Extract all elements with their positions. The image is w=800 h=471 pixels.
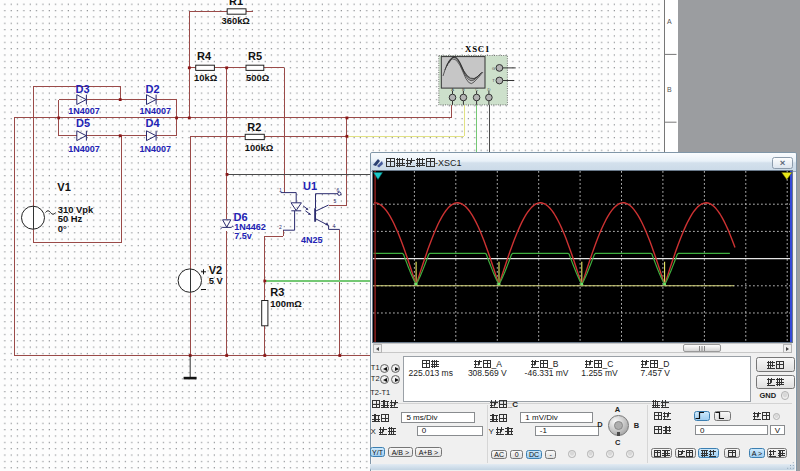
- svg-text:R2: R2: [247, 121, 261, 133]
- svg-text:C: C: [475, 87, 478, 92]
- svg-text:2: 2: [279, 224, 282, 230]
- svg-text:6: 6: [337, 187, 340, 193]
- svg-text:1N4007: 1N4007: [68, 106, 100, 116]
- svg-text:B: B: [667, 86, 672, 93]
- svg-text:B: B: [462, 87, 465, 92]
- svg-text:G: G: [492, 66, 495, 71]
- svg-text:4N25: 4N25: [301, 235, 323, 245]
- svg-text:V1: V1: [57, 181, 70, 193]
- svg-text:1N4007: 1N4007: [140, 144, 172, 154]
- svg-text:R3: R3: [270, 286, 284, 298]
- svg-text:0°: 0°: [58, 223, 67, 234]
- svg-text:D2: D2: [146, 83, 160, 95]
- svg-text:R5: R5: [248, 50, 262, 62]
- svg-text:4: 4: [333, 223, 336, 229]
- svg-text:360kΩ: 360kΩ: [222, 15, 251, 26]
- svg-text:100kΩ: 100kΩ: [245, 142, 274, 153]
- svg-text:A: A: [667, 18, 672, 25]
- svg-text:D5: D5: [76, 117, 90, 129]
- svg-text:100mΩ: 100mΩ: [270, 298, 302, 309]
- svg-text:A: A: [451, 87, 454, 92]
- svg-text:R1: R1: [229, 0, 243, 7]
- svg-text:R4: R4: [197, 50, 212, 62]
- svg-text:D4: D4: [146, 117, 161, 129]
- svg-text:D: D: [487, 87, 490, 92]
- svg-text:1N4007: 1N4007: [140, 106, 172, 116]
- svg-text:7.5v: 7.5v: [234, 231, 252, 241]
- svg-text:U1: U1: [303, 180, 317, 192]
- svg-text:D3: D3: [76, 83, 90, 95]
- svg-text:1N4007: 1N4007: [68, 144, 100, 154]
- svg-text:5: 5: [334, 198, 337, 204]
- svg-text:500Ω: 500Ω: [246, 72, 270, 83]
- svg-text:XSC1: XSC1: [465, 44, 490, 54]
- svg-text:10kΩ: 10kΩ: [194, 72, 218, 83]
- svg-text:5 V: 5 V: [209, 275, 224, 286]
- svg-text:1: 1: [279, 187, 282, 193]
